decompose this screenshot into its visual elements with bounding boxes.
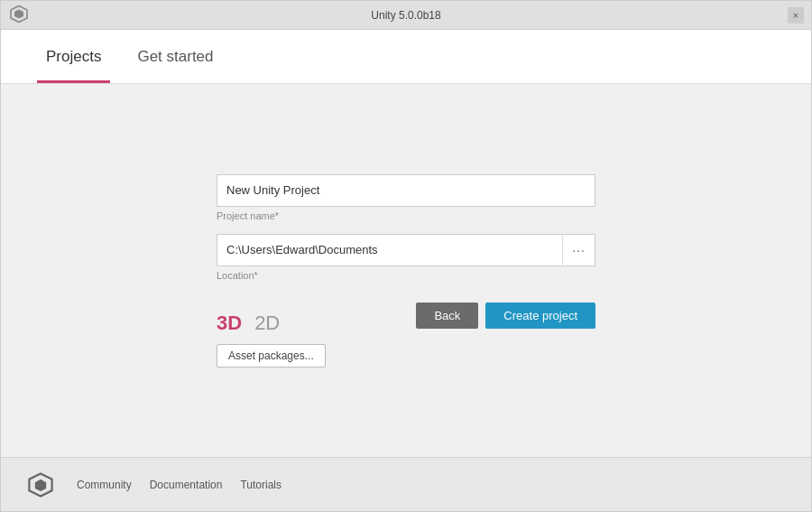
tab-get-started[interactable]: Get started [128, 30, 222, 83]
window-logo-icon [10, 5, 28, 25]
project-name-label: Project name* [217, 210, 595, 221]
tab-bar: Projects Get started [1, 30, 811, 84]
footer-link-documentation[interactable]: Documentation [150, 479, 223, 491]
footer-link-tutorials[interactable]: Tutorials [240, 479, 281, 491]
location-row: ··· [217, 234, 595, 266]
location-input[interactable] [217, 243, 562, 256]
mode-3d-label[interactable]: 3D [217, 312, 242, 335]
create-project-button[interactable]: Create project [485, 303, 595, 329]
new-project-form: Project name* ··· Location* 3D 2D Back C… [217, 174, 595, 368]
svg-marker-1 [14, 9, 23, 18]
back-button[interactable]: Back [416, 303, 478, 329]
project-name-input[interactable] [217, 174, 595, 207]
tab-projects[interactable]: Projects [37, 30, 110, 83]
footer-link-community[interactable]: Community [77, 479, 132, 491]
window-title: Unity 5.0.0b18 [371, 9, 440, 22]
location-label: Location* [217, 270, 595, 281]
title-bar: Unity 5.0.0b18 × [1, 1, 811, 30]
footer: Community Documentation Tutorials [1, 457, 811, 511]
asset-packages-button[interactable]: Asset packages... [217, 344, 326, 368]
mode-section: 3D 2D [217, 312, 280, 335]
main-window: Unity 5.0.0b18 × Projects Get started Pr… [0, 0, 812, 512]
location-browse-button[interactable]: ··· [562, 235, 595, 265]
close-button[interactable]: × [788, 7, 804, 23]
main-content: Project name* ··· Location* 3D 2D Back C… [1, 84, 811, 457]
unity-footer-logo-icon [28, 472, 53, 498]
action-buttons: Back Create project [416, 303, 595, 329]
mode-2d-label[interactable]: 2D [254, 312, 280, 335]
svg-marker-3 [35, 479, 46, 490]
